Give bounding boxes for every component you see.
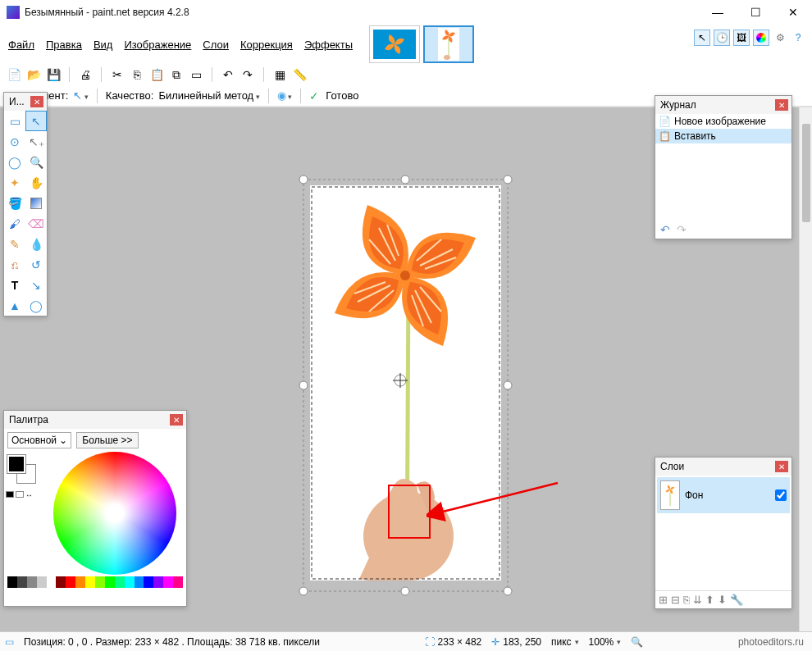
new-icon[interactable]: 📄 xyxy=(7,67,21,82)
close-icon[interactable]: ✕ xyxy=(30,96,43,107)
annotation-rectangle xyxy=(388,485,431,539)
layer-down-icon[interactable]: ⬇ xyxy=(718,594,727,606)
menu-edit[interactable]: Правка xyxy=(41,35,87,54)
palette-controls: Основной ⌄ Больше >> xyxy=(4,429,186,452)
paste-icon[interactable]: 📋 xyxy=(149,67,164,82)
settings-icon[interactable]: ⚙ xyxy=(773,30,787,45)
layer-delete-icon[interactable]: ⊟ xyxy=(671,594,680,606)
layers-title: Слои xyxy=(660,461,775,472)
menu-view[interactable]: Вид xyxy=(89,35,118,54)
sampling-dropdown[interactable]: ◉ xyxy=(277,89,293,102)
instrument-dropdown[interactable]: ↖ xyxy=(73,89,89,102)
copy-icon[interactable]: ⎘ xyxy=(130,67,144,82)
open-icon[interactable]: 📂 xyxy=(26,67,41,82)
tools-panel[interactable]: И...✕ ▭ ↖ ⊙ ↖₊ ◯ 🔍 ✦ ✋ 🪣 🖌 ⌫ ✎ 💧 ⎌ ↺ T ↘… xyxy=(3,92,48,316)
quality-dropdown[interactable]: Билинейный метод xyxy=(158,89,259,102)
history-panel[interactable]: Журнал✕ 📄Новое изображение 📋Вставить ↶ ↷ xyxy=(655,95,792,239)
layer-name: Фон xyxy=(685,489,703,501)
history-title: Журнал xyxy=(660,99,775,111)
magic-wand-tool[interactable]: ✦ xyxy=(4,172,25,193)
svg-point-14 xyxy=(401,587,409,595)
ruler-icon[interactable]: 📏 xyxy=(292,67,307,82)
rect-select-tool[interactable]: ▭ xyxy=(4,111,25,131)
scrollbar-vertical[interactable] xyxy=(799,107,812,638)
brush-tool[interactable]: 🖌 xyxy=(4,213,25,234)
bucket-tool[interactable]: 🪣 xyxy=(4,193,25,213)
pinwheel-icon xyxy=(440,28,457,61)
status-selection-icon: ▭ xyxy=(5,636,14,648)
menu-effects[interactable]: Эффекты xyxy=(299,35,358,54)
main-toolbar: 📄 📂 💾 🖨 ✂ ⎘ 📋 ⧉ ▭ ↶ ↷ ▦ 📏 xyxy=(0,64,812,85)
svg-point-10 xyxy=(504,175,512,184)
help-icon[interactable]: ? xyxy=(791,30,805,45)
text-tool[interactable]: T xyxy=(4,275,25,295)
undo-icon[interactable]: ↶ xyxy=(221,67,235,82)
eyedropper-tool[interactable]: 💧 xyxy=(25,234,47,254)
color-strip[interactable] xyxy=(7,576,183,588)
tools-panel-title: И... xyxy=(9,96,30,107)
menu-file[interactable]: Файл xyxy=(3,35,39,54)
layer-up-icon[interactable]: ⬆ xyxy=(705,594,714,606)
window-buttons: ― ☐ ✕ xyxy=(699,0,812,25)
pencil-tool[interactable]: ✎ xyxy=(4,234,25,254)
svg-point-13 xyxy=(299,587,308,595)
save-icon[interactable]: 💾 xyxy=(46,67,61,82)
shape-tool[interactable]: ▲ xyxy=(4,295,25,316)
layers-panel[interactable]: Слои✕ Фон ⊞ ⊟ ⎘ ⇊ ⬆ ⬇ 🔧 xyxy=(655,457,792,609)
move-tool[interactable]: ↖ xyxy=(25,111,47,131)
print-icon[interactable]: 🖨 xyxy=(78,67,93,82)
status-dims: 233 × 482 xyxy=(438,636,482,648)
pan-tool[interactable]: ✋ xyxy=(25,172,47,193)
tool-window-colors-icon[interactable] xyxy=(753,30,769,46)
redo-icon[interactable]: ↷ xyxy=(240,67,255,82)
history-item[interactable]: 📄Новое изображение xyxy=(655,114,791,129)
move-sel-tool[interactable]: ↖₊ xyxy=(25,131,47,152)
cut-icon[interactable]: ✂ xyxy=(110,67,125,82)
close-icon[interactable]: ✕ xyxy=(775,99,788,111)
recolor-tool[interactable]: ↺ xyxy=(25,254,47,275)
ready-label: Готово xyxy=(326,89,358,102)
grid-icon[interactable]: ▦ xyxy=(272,67,287,82)
units-dropdown[interactable]: пикс xyxy=(551,636,572,648)
lasso-tool[interactable]: ⊙ xyxy=(4,131,25,152)
clone-tool[interactable]: ⎌ xyxy=(4,254,25,275)
redo-icon[interactable]: ↷ xyxy=(677,223,687,236)
close-icon[interactable]: ✕ xyxy=(775,461,788,472)
menu-image[interactable]: Изображение xyxy=(119,35,196,54)
color-wheel[interactable] xyxy=(53,452,176,575)
history-item-selected[interactable]: 📋Вставить xyxy=(655,129,791,143)
menu-adjust[interactable]: Коррекция xyxy=(235,35,298,54)
close-icon[interactable]: ✕ xyxy=(170,414,183,426)
fg-bg-swatch[interactable] xyxy=(7,455,40,486)
palette-more-button[interactable]: Больше >> xyxy=(76,432,138,448)
close-button[interactable]: ✕ xyxy=(774,0,812,25)
crop-icon[interactable]: ⧉ xyxy=(169,67,184,82)
layer-add-icon[interactable]: ⊞ xyxy=(659,594,668,606)
maximize-button[interactable]: ☐ xyxy=(737,0,774,25)
undo-icon[interactable]: ↶ xyxy=(660,223,670,236)
deselect-icon[interactable]: ▭ xyxy=(189,67,203,82)
layer-row[interactable]: Фон xyxy=(657,477,790,513)
palette-panel[interactable]: Палитра✕ Основной ⌄ Больше >> ↔ xyxy=(3,410,187,607)
gradient-tool[interactable] xyxy=(25,193,47,213)
line-tool[interactable]: ↘ xyxy=(25,275,47,295)
color-mode-dropdown[interactable]: Основной ⌄ xyxy=(7,432,71,448)
svg-point-9 xyxy=(401,175,409,184)
zoom-tool[interactable]: 🔍 xyxy=(25,152,47,172)
eraser-tool[interactable]: ⌫ xyxy=(25,213,47,234)
ellipse-select-tool[interactable]: ◯ xyxy=(4,152,25,172)
tool-window-tools-icon[interactable]: ↖ xyxy=(694,30,710,46)
layer-props-icon[interactable]: 🔧 xyxy=(730,594,743,606)
cursor-icon: ✛ xyxy=(491,636,500,648)
tool-window-history-icon[interactable]: 🕒 xyxy=(714,30,730,46)
thumb-1[interactable] xyxy=(369,25,420,63)
zoom-out-icon[interactable]: 🔍 xyxy=(631,636,643,648)
thumb-2-active[interactable] xyxy=(423,25,474,63)
layer-duplicate-icon[interactable]: ⎘ xyxy=(683,594,690,606)
layer-visible-checkbox[interactable] xyxy=(775,489,787,501)
shape-tool-2[interactable]: ◯ xyxy=(25,295,47,316)
tool-window-layers-icon[interactable]: 🖼 xyxy=(733,30,750,46)
menu-layers[interactable]: Слои xyxy=(198,35,234,54)
layer-merge-icon[interactable]: ⇊ xyxy=(693,594,702,606)
minimize-button[interactable]: ― xyxy=(699,0,737,25)
